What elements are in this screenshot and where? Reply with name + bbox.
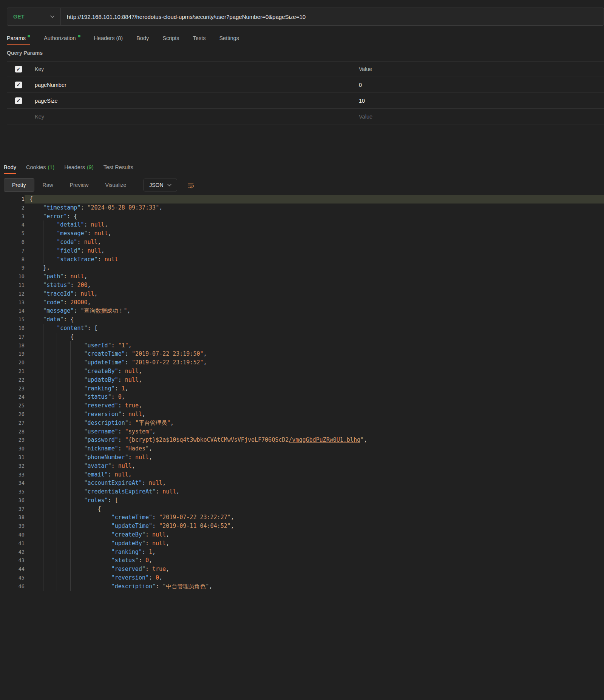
view-mode-preview[interactable]: Preview [62, 178, 97, 192]
line-number: 4 [4, 220, 25, 229]
unsaved-dot [78, 35, 80, 37]
line-number: 14 [4, 307, 25, 315]
indent-guide [43, 376, 57, 384]
code-line: 29"password": "{bcrypt}$2a$10$q4t3wbkoCV… [4, 436, 604, 444]
indent-guide [84, 513, 97, 522]
code-line: 38"createTime": "2019-07-22 23:22:27", [4, 513, 604, 522]
request-tab-scripts[interactable]: Scripts [162, 32, 179, 45]
param-value-pagesize[interactable]: 10 [354, 93, 604, 108]
response-tab-test-results[interactable]: Test Results [103, 161, 133, 174]
url-input[interactable]: http://192.168.101.10:8847/herodotus-clo… [61, 14, 604, 20]
response-tab-cookies[interactable]: Cookies(1) [26, 161, 54, 174]
code-line: 5"message": null, [4, 229, 604, 238]
param-checkbox-pagesize[interactable]: ✓ [15, 97, 22, 104]
indent-guide [57, 487, 70, 496]
indent-guide [84, 530, 97, 539]
indent-guide [84, 582, 97, 591]
indent-guide [57, 393, 70, 401]
code-line: 24"status": 0, [4, 393, 604, 401]
method-select[interactable]: GET [7, 8, 61, 25]
view-mode-pretty[interactable]: Pretty [4, 178, 34, 192]
line-number: 30 [4, 444, 25, 453]
param-checkbox-pagenumber[interactable]: ✓ [15, 82, 22, 88]
request-tab-params[interactable]: Params [7, 32, 30, 45]
line-number: 22 [4, 376, 25, 384]
param-value-input[interactable]: Value [354, 109, 604, 125]
line-number: 43 [4, 556, 25, 565]
request-tab-settings[interactable]: Settings [219, 32, 239, 45]
code-line: 4"detail": null, [4, 220, 604, 229]
code-line: 7"field": null, [4, 247, 604, 255]
indent-guide [57, 333, 70, 341]
indent-guide [70, 427, 84, 436]
code-line: 34"accountExpireAt": null, [4, 479, 604, 487]
indent-guide [43, 487, 57, 496]
view-mode-raw[interactable]: Raw [34, 178, 62, 192]
code-lines: 1{2"timestamp": "2024-05-28 09:37:33",3"… [4, 195, 604, 591]
line-number: 9 [4, 264, 25, 272]
line-number: 3 [4, 212, 25, 221]
code-line: 9}, [4, 264, 604, 272]
indent-guide [84, 539, 97, 548]
indent-guide [70, 410, 84, 419]
param-key-input[interactable]: Key [30, 109, 354, 125]
code-line: 19"createTime": "2019-07-22 23:19:50", [4, 350, 604, 358]
params-row-pagesize: ✓pageSize10 [7, 93, 604, 109]
linkified-text[interactable]: /vmqgGbdPuZRw0U1.blhq [289, 436, 360, 443]
code-line: 35"credentialsExpireAt": null, [4, 487, 604, 496]
line-number: 23 [4, 384, 25, 393]
line-number: 1 [4, 195, 25, 204]
line-number: 29 [4, 436, 25, 444]
code-line: 22"updateBy": null, [4, 376, 604, 384]
line-number: 15 [4, 315, 25, 324]
indent-guide [43, 496, 57, 505]
indent-guide [43, 324, 57, 333]
code-line: 36"roles": [ [4, 496, 604, 505]
line-number: 45 [4, 574, 25, 582]
line-number: 46 [4, 582, 25, 591]
indent-guide [43, 582, 57, 591]
indent-guide [70, 393, 84, 401]
request-tab-body[interactable]: Body [136, 32, 149, 45]
indent-guide [57, 358, 70, 367]
indent-guide [57, 505, 70, 513]
indent-guide [57, 462, 70, 470]
request-tabs: ParamsAuthorizationHeaders (8)BodyScript… [7, 32, 604, 45]
params-column-value: Value [354, 62, 604, 77]
indent-guide [70, 341, 84, 350]
indent-guide [43, 247, 57, 255]
param-key-pagesize[interactable]: pageSize [30, 93, 354, 108]
line-number: 12 [4, 290, 25, 298]
indent-guide [84, 565, 97, 574]
format-select[interactable]: JSON [144, 179, 177, 191]
indent-guide [43, 479, 57, 487]
request-tab-tests[interactable]: Tests [193, 32, 206, 45]
indent-guide [43, 419, 57, 427]
request-tab-authorization[interactable]: Authorization [44, 32, 80, 45]
line-number: 10 [4, 272, 25, 281]
request-tab-headers-8[interactable]: Headers (8) [94, 32, 123, 45]
param-value-pagenumber[interactable]: 0 [354, 77, 604, 93]
code-line: 20"updateTime": "2019-07-22 23:19:52", [4, 358, 604, 367]
indent-guide [57, 513, 70, 522]
code-line: 10"path": null, [4, 272, 604, 281]
line-number: 17 [4, 333, 25, 341]
indent-guide [70, 367, 84, 376]
response-body-viewer[interactable]: 1{2"timestamp": "2024-05-28 09:37:33",3"… [4, 195, 604, 591]
code-line: 8"stackTrace": null [4, 255, 604, 264]
line-number: 21 [4, 367, 25, 376]
view-mode-visualize[interactable]: Visualize [97, 178, 134, 192]
indent-guide [98, 548, 111, 557]
query-params-table: ✓KeyValue✓pageNumber0✓pageSize10KeyValue [7, 61, 604, 125]
response-tab-headers[interactable]: Headers(9) [64, 161, 94, 174]
indent-guide [70, 350, 84, 358]
select-all-checkbox[interactable]: ✓ [15, 66, 22, 72]
param-key-pagenumber[interactable]: pageNumber [30, 77, 354, 93]
line-number: 39 [4, 522, 25, 530]
line-number: 40 [4, 530, 25, 539]
response-tab-count: (9) [87, 164, 94, 170]
indent-guide [70, 384, 84, 393]
indent-guide [57, 470, 70, 479]
response-tab-body[interactable]: Body [4, 161, 16, 174]
wrap-text-icon[interactable] [187, 181, 195, 189]
